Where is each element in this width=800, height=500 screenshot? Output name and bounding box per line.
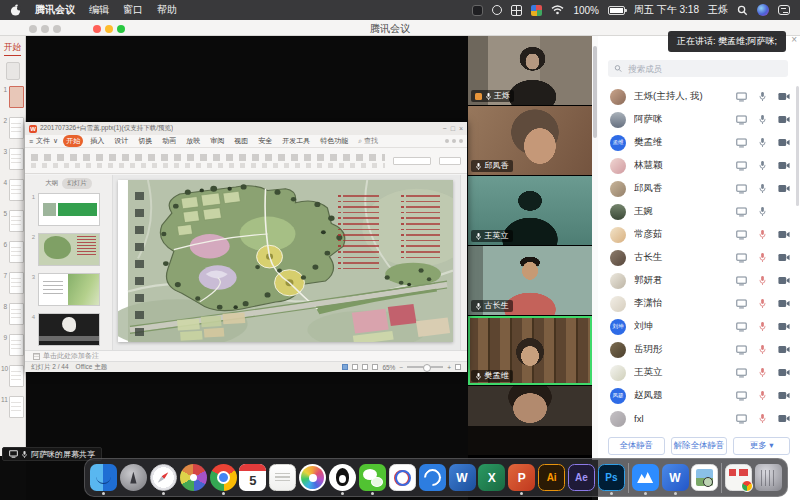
video-tile[interactable] [468,386,592,456]
zoom-slider[interactable] [407,366,443,368]
video-tile[interactable]: 邱凤香 [468,106,592,176]
camera-icon[interactable] [778,414,790,423]
bg-slide-thumbnail[interactable]: 10 [1,365,24,387]
fit-slide-button[interactable] [455,364,461,370]
close-icon[interactable]: × [791,34,797,45]
panel-action-button[interactable]: 更多 ▾ [733,437,790,455]
wps-font-input[interactable] [393,157,431,165]
camera-icon[interactable] [778,253,790,262]
bg-slide-thumbnail[interactable]: 4 [1,179,24,201]
panel-action-button[interactable]: 全体静音 [608,437,665,455]
mic-icon[interactable] [758,114,767,125]
after-effects[interactable]: Ae [568,464,595,491]
participant-row[interactable]: 凤题 赵凤题 [598,384,800,407]
siri-icon[interactable] [757,4,769,16]
download-file[interactable] [725,464,752,491]
wps-ribbon-tab[interactable]: 审阅 [207,135,227,147]
slide-sorter-button[interactable] [352,364,358,370]
tencent-meeting[interactable] [632,464,659,491]
mic-icon[interactable] [758,344,767,355]
wps-file-menu[interactable]: ≡文件∨ [29,136,58,146]
participant-row[interactable]: 孟维 樊孟维 [598,131,800,154]
wps-notes-bar[interactable]: 单击此处添加备注 [25,350,467,361]
menu-user[interactable]: 王烁 [708,3,728,17]
bg-slide-thumbnail[interactable]: 6 [1,241,24,263]
wps-ribbon-tab[interactable]: 动画 [159,135,179,147]
search-box[interactable] [608,60,788,77]
close-button[interactable] [93,25,101,33]
wps-ribbon-tab[interactable]: 设计 [111,135,131,147]
wps-window-controls[interactable]: −□× [443,125,463,132]
camera-icon[interactable] [778,115,790,124]
camera-icon[interactable] [778,138,790,147]
participant-row[interactable]: 阿萨咪 [598,108,800,131]
bg-window-zoom-button[interactable] [53,25,61,33]
wps-ribbon-tab[interactable]: 放映 [183,135,203,147]
wps-ribbon-tab[interactable]: 视图 [231,135,251,147]
participant-row[interactable]: 邱凤香 [598,177,800,200]
wps-slide-thumbnail[interactable]: 3 [29,273,108,306]
participant-row[interactable]: 林慧颖 [598,154,800,177]
participant-row[interactable]: 常彦茹 [598,223,800,246]
camera-icon[interactable] [778,161,790,170]
word[interactable]: W [449,464,476,491]
mic-icon[interactable] [758,298,767,309]
mic-icon[interactable] [758,390,767,401]
bg-ribbon-tab[interactable]: 开始 [4,42,21,56]
camera-icon[interactable] [778,368,790,377]
bg-slide-thumbnail[interactable]: 5 [1,210,24,232]
participant-row[interactable]: fxl [598,407,800,430]
bg-window-close-button[interactable] [29,25,37,33]
wechat[interactable] [359,464,386,491]
zoom-out-button[interactable]: − [399,364,403,371]
preview[interactable] [691,464,718,491]
wifi-icon[interactable] [551,5,564,15]
separator[interactable] [628,461,629,494]
chrome[interactable] [210,464,237,491]
camera-icon[interactable] [778,322,790,331]
camera-icon[interactable] [778,345,790,354]
wps-ribbon-tab[interactable]: 开发工具 [279,135,313,147]
wps-ribbon-tab[interactable]: 开始 [63,135,83,147]
wps-slide-thumbnail[interactable]: 4 [29,313,108,346]
status-circle-icon[interactable] [492,5,502,15]
video-tile[interactable]: 古长生 [468,246,592,316]
participant-row[interactable]: 刘坤 刘坤 [598,315,800,338]
camera-icon[interactable] [778,184,790,193]
wps-slide-thumbnail[interactable]: 2 [29,233,108,266]
participant-row[interactable]: 古长生 [598,246,800,269]
menu-window[interactable]: 窗口 [123,3,143,17]
bg-slide-thumbnail[interactable]: 1 [1,86,24,108]
mic-icon[interactable] [758,160,767,171]
wps-ribbon-tab[interactable]: 切换 [135,135,155,147]
slideshow-button[interactable] [372,364,378,370]
normal-view-button[interactable] [342,364,348,370]
share-status-pill[interactable]: 阿萨咪的屏幕共享 [2,447,102,461]
mic-icon[interactable] [758,413,767,424]
separator[interactable] [721,461,722,494]
learning-app[interactable] [419,464,446,491]
finder[interactable] [90,464,117,491]
wps-slide-thumbnail[interactable]: 1 [29,193,108,226]
bg-slide-thumbnail[interactable]: 8 [1,303,24,325]
illustrator[interactable]: Ai [538,464,565,491]
apple-icon[interactable] [10,4,21,17]
zoom-in-button[interactable]: + [447,364,451,371]
safari[interactable] [150,464,177,491]
wps-office[interactable]: W [662,464,689,491]
menu-app-name[interactable]: 腾讯会议 [35,3,75,17]
search-input[interactable] [626,63,782,75]
textedit[interactable] [269,464,296,491]
camera-icon[interactable] [778,276,790,285]
mic-icon[interactable] [758,229,767,240]
minimize-button[interactable] [105,25,113,33]
mic-icon[interactable] [758,91,767,102]
wps-ribbon-tab[interactable]: 安全 [255,135,275,147]
menu-help[interactable]: 帮助 [157,3,177,17]
wps-ribbon-tab[interactable]: 特色功能 [317,135,351,147]
participant-row[interactable]: 王婉 [598,200,800,223]
participant-row[interactable]: 郭妍君 [598,269,800,292]
calendar[interactable]: 5 [239,464,266,491]
tencent-docs[interactable] [389,464,416,491]
qq[interactable] [329,464,356,491]
